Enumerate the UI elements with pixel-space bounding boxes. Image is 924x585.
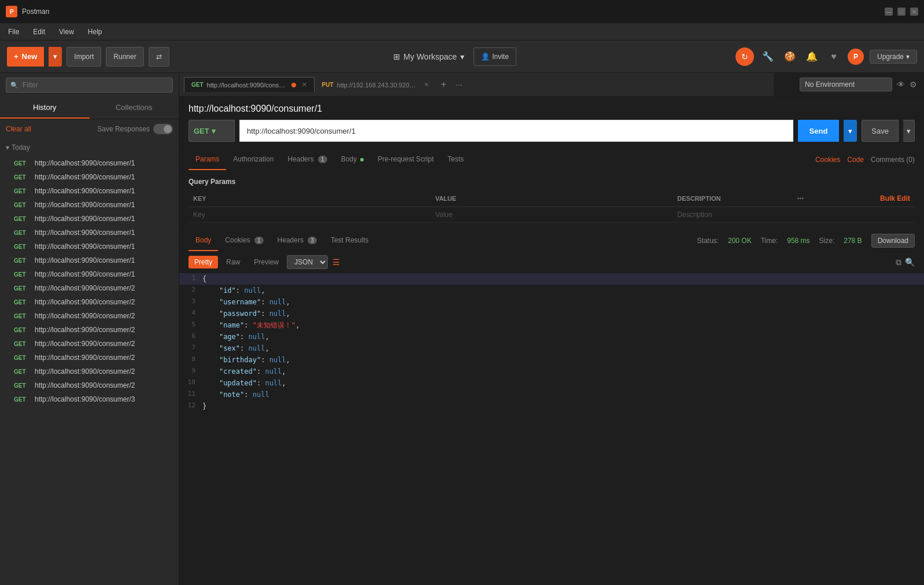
clear-all-button[interactable]: Clear all xyxy=(6,125,31,133)
code-line-11: 11 "note": null xyxy=(179,389,924,400)
list-item[interactable]: GET http://localhost:9090/consumer/1 xyxy=(0,198,179,212)
history-url: http://localhost:9090/consumer/1 xyxy=(35,270,135,278)
maximize-button[interactable]: □ xyxy=(897,8,905,16)
list-item[interactable]: GET http://localhost:9090/consumer/2 xyxy=(0,365,179,378)
tab-history[interactable]: History xyxy=(0,97,90,119)
list-item[interactable]: GET http://localhost:9090/consumer/1 xyxy=(0,184,179,198)
method-badge: GET xyxy=(14,174,30,181)
list-item[interactable]: GET http://localhost:9090/consumer/2 xyxy=(0,351,179,365)
tab-close-1[interactable]: ✕ xyxy=(424,81,429,89)
tab-collections[interactable]: Collections xyxy=(90,97,179,119)
preview-button[interactable]: Preview xyxy=(248,256,284,268)
cookie-icon[interactable]: 🍪 xyxy=(782,49,798,65)
runner-label: Runner xyxy=(113,53,136,61)
menu-edit[interactable]: Edit xyxy=(31,27,47,37)
response-area: Body Cookies 1 Headers 3 Test Results St… xyxy=(179,230,924,585)
history-url: http://localhost:9090/consumer/1 xyxy=(35,159,135,167)
url-input[interactable] xyxy=(239,120,793,142)
list-item[interactable]: GET http://localhost:9090/consumer/1 xyxy=(0,170,179,184)
proxy-button[interactable]: ⇄ xyxy=(149,47,169,67)
resp-tab-body[interactable]: Body xyxy=(189,230,218,251)
history-url: http://localhost:9090/consumer/2 xyxy=(35,367,135,376)
list-item[interactable]: GET http://localhost:9090/consumer/2 xyxy=(0,295,179,309)
sync-button[interactable]: ↻ xyxy=(735,47,754,66)
pretty-button[interactable]: Pretty xyxy=(189,256,218,268)
list-item[interactable]: GET http://localhost:9090/consumer/2 xyxy=(0,281,179,295)
description-input[interactable] xyxy=(677,211,910,219)
menu-help[interactable]: Help xyxy=(86,27,105,37)
language-select[interactable]: JSON xyxy=(287,255,328,269)
list-item[interactable]: GET http://localhost:9090/consumer/1 xyxy=(0,226,179,240)
list-item[interactable]: GET http://localhost:9090/consumer/1 xyxy=(0,240,179,253)
list-item[interactable]: GET http://localhost:9090/consumer/1 xyxy=(0,156,179,170)
invite-button[interactable]: 👤 Invite xyxy=(474,47,516,66)
tab-close-0[interactable]: ✕ xyxy=(302,81,307,89)
runner-button[interactable]: Runner xyxy=(106,47,143,67)
comments-link[interactable]: Comments (0) xyxy=(871,156,915,164)
req-tabs-right: Cookies Code Comments (0) xyxy=(815,156,915,164)
key-input[interactable] xyxy=(193,211,426,219)
close-button[interactable]: ✕ xyxy=(910,8,918,16)
heart-icon[interactable]: ♥ xyxy=(826,49,842,65)
search-input[interactable] xyxy=(6,78,173,93)
wrench-icon[interactable]: 🔧 xyxy=(760,49,776,65)
upgrade-button[interactable]: Upgrade ▾ xyxy=(870,50,917,64)
req-tab-authorization[interactable]: Authorization xyxy=(226,149,280,170)
method-label: GET xyxy=(194,127,209,135)
new-button[interactable]: + New xyxy=(7,47,44,67)
req-tab-body[interactable]: Body xyxy=(334,149,371,170)
req-tab-pre-request[interactable]: Pre-request Script xyxy=(371,149,441,170)
user-avatar[interactable]: P xyxy=(848,49,864,65)
list-item[interactable]: GET http://localhost:9090/consumer/2 xyxy=(0,323,179,337)
list-item[interactable]: GET http://localhost:9090/consumer/1 xyxy=(0,267,179,281)
req-tab-headers[interactable]: Headers 1 xyxy=(280,149,334,170)
bulk-edit-button[interactable]: Bulk Edit xyxy=(880,194,910,203)
workspace-button[interactable]: ⊞ My Workspace ▾ xyxy=(389,50,469,64)
save-button[interactable]: Save xyxy=(862,120,899,142)
toggle-knob xyxy=(164,125,172,133)
send-button[interactable]: Send xyxy=(798,120,840,142)
code-link[interactable]: Code xyxy=(847,156,864,164)
response-code-editor: 1 { 2 "id": null, 3 "username": null, 4 … xyxy=(179,273,924,585)
list-item[interactable]: GET http://localhost:9090/consumer/2 xyxy=(0,309,179,323)
tab-more-button[interactable]: ··· xyxy=(451,80,467,89)
request-tab-0[interactable]: GET http://localhost:9090/consumer/ ✕ xyxy=(184,77,315,92)
add-tab-button[interactable]: + xyxy=(437,79,451,90)
bell-icon[interactable]: 🔔 xyxy=(804,49,820,65)
cookies-link[interactable]: Cookies xyxy=(815,156,840,164)
save-responses-switch[interactable] xyxy=(153,124,173,134)
list-item[interactable]: GET http://localhost:9090/consumer/2 xyxy=(0,378,179,392)
import-button[interactable]: Import xyxy=(66,47,101,67)
req-tab-params[interactable]: Params xyxy=(189,149,226,170)
wrap-icon[interactable]: ☰ xyxy=(330,255,342,269)
menu-file[interactable]: File xyxy=(6,27,21,37)
code-line-8: 8 "birthday": null, xyxy=(179,354,924,366)
resp-tab-cookies[interactable]: Cookies 1 xyxy=(218,230,270,251)
list-item[interactable]: GET http://localhost:9090/consumer/1 xyxy=(0,212,179,226)
new-dropdown-button[interactable]: ▾ xyxy=(49,47,62,67)
copy-icon[interactable]: ⧉ xyxy=(896,257,901,267)
raw-button[interactable]: Raw xyxy=(220,256,246,268)
value-input[interactable] xyxy=(435,211,668,219)
request-tab-1[interactable]: PUT http://192.168.243.30:9200/megaco ✕ xyxy=(315,77,437,92)
method-badge: GET xyxy=(14,341,30,347)
method-select[interactable]: GET ▾ xyxy=(189,120,235,142)
list-item[interactable]: GET http://localhost:9090/consumer/1 xyxy=(0,253,179,267)
minimize-button[interactable]: — xyxy=(885,8,893,16)
environment-select[interactable]: No Environment xyxy=(800,78,892,91)
list-item[interactable]: GET http://localhost:9090/consumer/2 xyxy=(0,337,179,351)
proxy-icon: ⇄ xyxy=(156,53,162,61)
settings-icon[interactable]: ⚙ xyxy=(910,80,917,89)
app-logo: P xyxy=(6,6,17,17)
resp-tab-headers[interactable]: Headers 3 xyxy=(271,230,324,251)
req-tab-tests[interactable]: Tests xyxy=(441,149,471,170)
download-button[interactable]: Download xyxy=(871,234,915,248)
menu-view[interactable]: View xyxy=(57,27,76,37)
column-options-icon[interactable]: ··· xyxy=(797,194,804,203)
send-dropdown-button[interactable]: ▾ xyxy=(844,120,857,142)
list-item[interactable]: GET http://localhost:9090/consumer/3 xyxy=(0,392,179,406)
save-dropdown-button[interactable]: ▾ xyxy=(903,120,915,142)
eye-icon[interactable]: 👁 xyxy=(897,80,905,89)
search-response-icon[interactable]: 🔍 xyxy=(905,257,915,267)
resp-tab-test-results[interactable]: Test Results xyxy=(324,230,375,251)
